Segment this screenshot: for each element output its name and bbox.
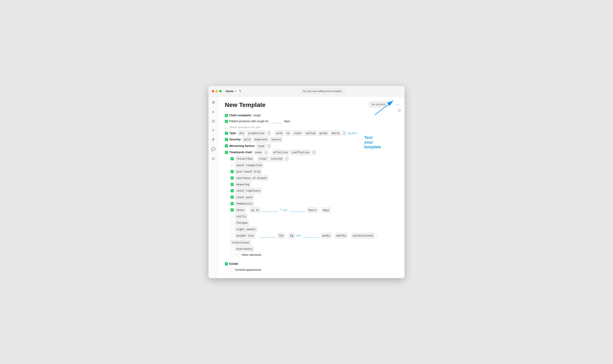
- type-sputum-link[interactable]: sputum: [347, 130, 357, 136]
- days-label: days: [284, 119, 290, 124]
- fever-duration-input[interactable]: [289, 208, 306, 212]
- treatments-checkbox[interactable]: [225, 151, 228, 154]
- severity-row: Severity: mild moderate severe: [225, 137, 398, 142]
- sob-checkbox[interactable]: [230, 176, 234, 180]
- worsening-checkbox[interactable]: [225, 144, 228, 147]
- days-input[interactable]: [270, 119, 282, 123]
- treatments-dots2[interactable]: ···: [312, 150, 316, 155]
- hemoptysis-checkbox[interactable]: [230, 202, 234, 205]
- sidebar-icon-table[interactable]: ⊟: [210, 118, 217, 124]
- pipe4: |: [333, 233, 334, 238]
- pipe1: ,: [272, 131, 273, 135]
- type-green-tag[interactable]: green: [318, 130, 329, 136]
- weight-loss-checkbox[interactable]: [230, 234, 234, 237]
- months-tag[interactable]: months: [335, 233, 347, 238]
- sidebar-icon-comment[interactable]: 💬: [210, 146, 217, 152]
- treatments-dots[interactable]: ···: [264, 150, 268, 155]
- chest-tightness-checkbox[interactable]: [230, 189, 234, 192]
- severity-checkbox[interactable]: [225, 138, 228, 141]
- wheezing-checkbox[interactable]: [230, 183, 234, 186]
- type-label: Type:: [229, 130, 237, 136]
- night-sweats-checkbox[interactable]: [230, 228, 234, 231]
- sidebar-icon-circle[interactable]: ◎: [210, 155, 217, 162]
- severity-moderate-tag[interactable]: moderate: [253, 137, 269, 142]
- play-button[interactable]: ▷: [398, 108, 401, 112]
- chest-pain-checkbox[interactable]: [230, 195, 234, 199]
- treatments-ineffective-tag[interactable]: ineffective: [290, 150, 311, 155]
- similar-episode-checkbox[interactable]: [225, 126, 228, 129]
- rhinorrhea-tag[interactable]: rhinorrhea: [235, 156, 254, 161]
- general-appearance-checkbox[interactable]: [230, 268, 234, 271]
- type-clear-tag[interactable]: clear: [293, 130, 303, 136]
- home-nav[interactable]: Home ▾: [226, 90, 236, 93]
- rhinorrhea-dots[interactable]: ···: [285, 156, 289, 161]
- weight-loss-over-link[interactable]: over: [296, 233, 301, 238]
- other-elements-chevron[interactable]: ›: [235, 253, 236, 257]
- sob-row: shortness of breath: [225, 175, 398, 181]
- fever-tag: fever: [235, 207, 246, 213]
- rhinorrhea-checkbox[interactable]: [230, 157, 234, 160]
- weeks-tag[interactable]: weeks: [321, 233, 332, 238]
- nasal-congestion-checkbox[interactable]: [230, 164, 234, 167]
- pipe5: |: [376, 233, 377, 238]
- chest-tightness-tag: chest tightness: [235, 188, 262, 194]
- hoarseness-checkbox[interactable]: [230, 247, 234, 250]
- chief-complaint-checkbox[interactable]: [225, 114, 228, 117]
- hemoptysis-row: hemoptysis: [225, 201, 398, 206]
- sidebar-icon-widget[interactable]: ⁋: [210, 136, 217, 143]
- maximize-button[interactable]: [219, 90, 222, 92]
- other-elements-checkbox[interactable]: [230, 253, 234, 257]
- treatments-none-tag[interactable]: none: [254, 150, 263, 155]
- type-more-dots[interactable]: ···: [267, 131, 271, 136]
- treatments-effective-tag[interactable]: effective: [272, 150, 289, 155]
- type-white-tag[interactable]: white: [330, 130, 341, 136]
- edit-icon[interactable]: ✎: [239, 89, 241, 93]
- unintentional-tag[interactable]: unintentional: [351, 233, 375, 238]
- severity-label: Severity:: [229, 137, 241, 142]
- post-nasal-checkbox[interactable]: [230, 170, 234, 173]
- fatigue-checkbox[interactable]: [230, 221, 234, 224]
- type-yellow-tag[interactable]: yellow: [305, 130, 317, 136]
- kg-tag[interactable]: kg: [289, 233, 295, 238]
- fever-temp-input[interactable]: [262, 208, 278, 212]
- type-productive-tag[interactable]: productive: [247, 130, 266, 136]
- fever-checkbox[interactable]: [230, 208, 234, 212]
- rhinorrhea-colored-tag[interactable]: colored: [269, 156, 284, 161]
- type-dry-tag[interactable]: dry: [238, 130, 245, 136]
- sidebar-icon-list[interactable]: ≡: [210, 127, 217, 134]
- chevron-down-icon: ▾: [235, 90, 236, 92]
- worsening-none-tag[interactable]: none: [256, 143, 266, 149]
- weight-loss-duration-input[interactable]: [303, 234, 319, 237]
- worsening-dots[interactable]: ···: [267, 144, 271, 149]
- type-no-tag[interactable]: no: [285, 130, 291, 136]
- type-row: Type: dry productive ··· , with no clear…: [225, 130, 398, 136]
- type-more-dots2[interactable]: ···: [342, 131, 346, 136]
- fatigue-tag: fatigue: [235, 220, 249, 225]
- hemoptysis-tag: hemoptysis: [235, 201, 254, 206]
- more-options-button[interactable]: ···: [395, 101, 401, 108]
- shortcut-button[interactable]: No shortcut: [369, 101, 388, 107]
- weight-loss-amount-input[interactable]: [260, 234, 276, 237]
- patient-presents-checkbox[interactable]: [225, 120, 228, 123]
- comma6: ,: [349, 233, 350, 238]
- type-with-tag[interactable]: with: [275, 130, 284, 136]
- over-link[interactable]: over: [282, 208, 288, 212]
- intentional-tag[interactable]: intentional: [230, 240, 251, 245]
- sidebar: ⊞ 𝐚 ⊟ ≡ ⁋ 💬 ◎: [209, 96, 218, 278]
- severity-mild-tag[interactable]: mild: [243, 137, 252, 142]
- rhinorrhea-clear-tag[interactable]: clear: [257, 156, 268, 161]
- sidebar-icon-text[interactable]: 𝐚: [210, 108, 217, 115]
- sidebar-icon-image[interactable]: ⊞: [210, 99, 217, 105]
- close-button[interactable]: [212, 90, 214, 92]
- severity-severe-tag[interactable]: severe: [270, 137, 282, 142]
- minimize-button[interactable]: [215, 90, 218, 92]
- comma2: ,: [270, 150, 271, 155]
- fever-hours-tag[interactable]: hours: [307, 207, 318, 213]
- fever-days-tag[interactable]: days: [321, 207, 331, 213]
- nasal-congestion-row: nasal congestion: [225, 162, 398, 168]
- other-elements-inner-checkbox[interactable]: [237, 253, 240, 257]
- chills-checkbox[interactable]: [230, 215, 234, 218]
- type-checkbox[interactable]: [225, 132, 228, 135]
- exam-checkbox[interactable]: [225, 262, 228, 265]
- lbs-tag[interactable]: lbs: [278, 233, 285, 238]
